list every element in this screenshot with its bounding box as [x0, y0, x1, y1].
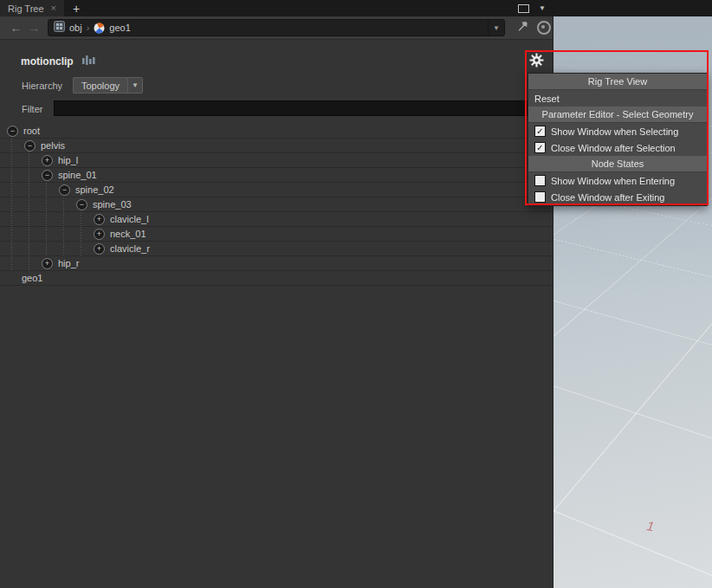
node-title: motionclip — [21, 55, 74, 68]
context-menu: Rig Tree ViewResetParameter Editor - Sel… — [528, 73, 708, 206]
menu-section-header: Parameter Editor - Select Geometry — [528, 107, 707, 123]
filter-label: Filter — [22, 104, 42, 114]
tree-indent-guide — [7, 197, 24, 211]
tree-row-clavicle_l[interactable]: +clavicle_l — [0, 212, 553, 227]
tree-row-root[interactable]: −root — [0, 124, 553, 139]
tree-node-label[interactable]: hip_l — [58, 155, 78, 165]
tree-node-label[interactable]: clavicle_r — [110, 243, 150, 254]
tree-node-label[interactable]: root — [23, 126, 40, 136]
breadcrumb-node[interactable]: geo1 — [109, 23, 130, 33]
geometry-node-icon — [94, 23, 105, 34]
tree-row-spine_03[interactable]: −spine_03 — [0, 197, 553, 212]
pin-icon[interactable] — [516, 20, 529, 36]
expand-node-icon[interactable]: + — [94, 229, 105, 240]
expand-node-icon[interactable]: + — [42, 155, 53, 166]
new-tab-button[interactable]: + — [73, 3, 80, 15]
menu-item-show-window-when-entering[interactable]: Show Window when Entering — [528, 172, 707, 189]
pane-menu-dropdown-icon[interactable]: ▼ — [539, 4, 546, 12]
tree-row-spine_02[interactable]: −spine_02 — [0, 183, 553, 197]
pane-controls: ▼ — [518, 0, 546, 16]
path-dropdown-icon[interactable]: ▼ — [488, 20, 504, 36]
checkbox-unchecked-icon[interactable] — [534, 191, 546, 203]
tree-indent-guide — [24, 153, 42, 167]
forward-arrow-icon[interactable]: → — [25, 21, 43, 35]
menu-item-label: Close Window after Exiting — [551, 192, 664, 203]
hierarchy-label: Hierarchy — [22, 81, 62, 91]
obj-network-icon — [54, 20, 65, 36]
collapse-node-icon[interactable]: − — [76, 199, 87, 210]
collapse-node-icon[interactable]: − — [59, 184, 70, 196]
tree-node-label[interactable]: geo1 — [22, 273, 42, 283]
tree-indent-guide — [59, 242, 76, 255]
gear-icon[interactable] — [529, 53, 544, 71]
tree-row-hip_l[interactable]: +hip_l — [0, 153, 553, 168]
app-window: Rig Tree × + ▼ ← → obj › geo1 ▼ motionc — [0, 0, 712, 588]
pane-maximize-icon[interactable] — [518, 4, 529, 13]
rig-tree: −root−pelvis+hip_l−spine_01−spine_02−spi… — [0, 124, 553, 286]
tree-node-label[interactable]: clavicle_l — [110, 214, 149, 224]
tree-indent-guide — [42, 212, 59, 226]
tree-indent-guide — [42, 197, 59, 211]
collapse-node-icon[interactable]: − — [7, 126, 18, 137]
expand-node-icon[interactable]: + — [94, 243, 105, 255]
radial-menu-icon[interactable] — [537, 21, 551, 35]
menu-item-show-window-when-selecting[interactable]: ✓Show Window when Selecting — [528, 123, 707, 139]
tree-row-neck_01[interactable]: +neck_01 — [0, 227, 553, 242]
collapse-node-icon[interactable]: − — [24, 140, 36, 152]
menu-item-label: Show Window when Entering — [551, 176, 675, 186]
menu-item-close-window-after-selection[interactable]: ✓Close Window after Selection — [528, 139, 707, 156]
tree-node-label[interactable]: spine_01 — [58, 170, 97, 180]
checkbox-checked-icon[interactable]: ✓ — [534, 142, 546, 153]
menu-item-close-window-after-exiting[interactable]: Close Window after Exiting — [528, 189, 707, 205]
tree-row-spine_01[interactable]: −spine_01 — [0, 168, 553, 183]
network-path-field[interactable]: obj › geo1 ▼ — [48, 19, 505, 36]
motionclip-icon — [81, 54, 95, 70]
tree-row-hip_r[interactable]: +hip_r — [0, 256, 553, 271]
collapse-node-icon[interactable]: − — [42, 170, 53, 181]
expand-node-icon[interactable]: + — [42, 258, 53, 269]
tree-node-label[interactable]: spine_02 — [75, 184, 114, 195]
tree-indent-guide — [59, 197, 76, 211]
tree-indent-guide — [59, 212, 76, 226]
tree-indent-guide — [7, 153, 24, 167]
tree-indent-guide — [7, 212, 24, 226]
tree-node-label[interactable]: spine_03 — [93, 199, 132, 210]
tree-indent-guide — [24, 256, 42, 270]
tree-row-pelvis[interactable]: −pelvis — [0, 139, 553, 153]
menu-item-label: Close Window after Selection — [551, 143, 676, 153]
breadcrumb-context[interactable]: obj — [69, 23, 82, 33]
hierarchy-mode-dropdown[interactable]: Topology ▼ — [73, 77, 143, 94]
menu-item-reset[interactable]: Reset — [528, 90, 707, 107]
tree-node-label[interactable]: pelvis — [41, 140, 65, 151]
tab-rig-tree[interactable]: Rig Tree × — [0, 0, 64, 16]
tree-indent-guide — [42, 183, 59, 197]
checkbox-unchecked-icon[interactable] — [534, 175, 546, 186]
hierarchy-dropdown-icon[interactable]: ▼ — [127, 77, 143, 94]
tree-indent-guide — [7, 227, 24, 241]
tree-indent-guide — [7, 242, 24, 255]
tree-indent-guide — [42, 227, 59, 241]
tree-node-label[interactable]: hip_r — [58, 258, 79, 268]
menu-section-header: Rig Tree View — [528, 74, 707, 90]
tree-indent-guide — [42, 242, 59, 255]
breadcrumb-separator-icon: › — [87, 23, 90, 33]
tree-indent-guide — [76, 227, 94, 241]
tree-row-clavicle_r[interactable]: +clavicle_r — [0, 242, 553, 256]
tab-close-icon[interactable]: × — [51, 3, 56, 13]
filter-input[interactable] — [54, 100, 550, 116]
expand-node-icon[interactable]: + — [94, 214, 105, 225]
tree-indent-guide — [24, 212, 42, 226]
tree-indent-guide — [59, 227, 76, 241]
rig-tree-panel: motionclip Hierarchy Topology ▼ Filter −… — [0, 40, 553, 588]
tree-indent-guide — [76, 212, 94, 226]
tree-node-label[interactable]: neck_01 — [110, 229, 146, 239]
checkbox-checked-icon[interactable]: ✓ — [534, 126, 546, 137]
hierarchy-mode-value[interactable]: Topology — [73, 77, 127, 94]
tab-label: Rig Tree — [8, 3, 44, 14]
tree-indent-guide — [24, 227, 42, 241]
tree-row-geo1[interactable]: geo1 — [0, 271, 553, 286]
rig-tree-pane: ← → obj › geo1 ▼ motionclip Hierarchy To… — [0, 16, 553, 588]
back-arrow-icon[interactable]: ← — [7, 21, 25, 35]
tree-indent-guide — [7, 256, 24, 270]
tree-indent-guide — [7, 183, 24, 197]
